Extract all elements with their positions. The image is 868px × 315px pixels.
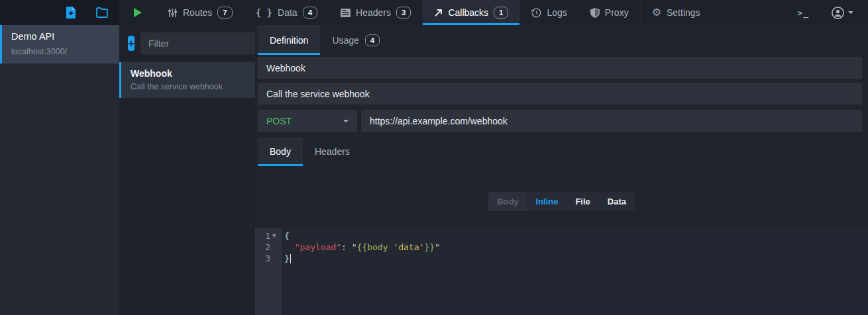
code-line: "payload": "{{body 'data'}}" bbox=[284, 242, 868, 253]
tab-logs[interactable]: Logs bbox=[520, 0, 578, 25]
method-url-row: POST bbox=[258, 110, 862, 132]
tab-data[interactable]: { } Data 4 bbox=[244, 0, 329, 25]
body-type-option-inline[interactable]: Inline bbox=[527, 192, 567, 211]
callback-url-input[interactable] bbox=[361, 110, 862, 132]
routes-sliders-icon bbox=[168, 8, 178, 18]
method-value: POST bbox=[266, 116, 292, 126]
tab-label: Proxy bbox=[605, 7, 629, 18]
headers-list-icon bbox=[341, 9, 351, 17]
play-icon bbox=[134, 8, 142, 17]
body-type-toggle-wrap: Body Inline File Data bbox=[255, 192, 868, 211]
topbar-tabs: Routes 7 { } Data 4 Headers 3 Callbacks … bbox=[156, 0, 712, 25]
tab-badge: 4 bbox=[365, 34, 380, 46]
body-headers-tabs: Body Headers bbox=[258, 137, 862, 166]
chevron-down-icon bbox=[343, 120, 349, 122]
proxy-shield-icon bbox=[590, 8, 600, 18]
tab-headers[interactable]: Headers 3 bbox=[329, 0, 423, 25]
callback-title: Webhook bbox=[131, 68, 247, 79]
environment-item-demo-api[interactable]: Demo API localhost:3000/ bbox=[0, 25, 119, 64]
logs-history-icon bbox=[531, 8, 541, 18]
tab-usage[interactable]: Usage 4 bbox=[320, 25, 392, 55]
workspace: Demo API localhost:3000/ + Webhook Call … bbox=[0, 25, 868, 315]
tab-definition[interactable]: Definition bbox=[258, 25, 320, 55]
editor-gutter: 1▼2▼3▼ bbox=[255, 228, 282, 315]
tab-routes[interactable]: Routes 7 bbox=[156, 0, 244, 25]
callbacks-list-header: + bbox=[119, 25, 255, 62]
callbacks-arrow-icon bbox=[434, 9, 443, 17]
open-environment-folder-icon[interactable] bbox=[96, 7, 109, 18]
tab-badge: 3 bbox=[396, 7, 411, 19]
body-type-toggle-group: Body Inline File Data bbox=[488, 192, 635, 211]
environment-name: Demo API bbox=[11, 31, 111, 42]
tab-badge: 1 bbox=[494, 7, 508, 19]
body-code-editor[interactable]: 1▼2▼3▼ { "payload": "{{body 'data'}}"} bbox=[255, 228, 868, 315]
tab-label: Settings bbox=[667, 7, 700, 18]
code-line: { bbox=[284, 230, 868, 242]
tab-callbacks[interactable]: Callbacks 1 bbox=[423, 0, 520, 25]
code-line: } bbox=[284, 253, 868, 264]
tab-label: Logs bbox=[547, 7, 567, 18]
callback-list-item-webhook[interactable]: Webhook Call the service webhook bbox=[119, 62, 255, 98]
tab-headers-sub[interactable]: Headers bbox=[303, 137, 362, 166]
tab-proxy[interactable]: Proxy bbox=[579, 0, 641, 25]
gutter-row: 1▼ bbox=[255, 230, 282, 242]
tab-settings[interactable]: ⚙ Settings bbox=[641, 0, 712, 25]
text-cursor bbox=[290, 254, 291, 263]
tab-label: Definition bbox=[270, 35, 308, 46]
topbar-right: >_ bbox=[797, 0, 868, 25]
data-braces-icon: { } bbox=[256, 7, 272, 18]
tab-badge: 7 bbox=[217, 7, 232, 19]
gutter-row: 3▼ bbox=[255, 253, 282, 264]
top-bar: Routes 7 { } Data 4 Headers 3 Callbacks … bbox=[0, 0, 868, 25]
account-menu-button[interactable] bbox=[832, 7, 853, 19]
tab-label: Usage bbox=[332, 35, 358, 46]
tab-badge: 4 bbox=[303, 7, 317, 19]
environment-url: localhost:3000/ bbox=[11, 47, 111, 56]
body-type-label: Body bbox=[488, 192, 527, 211]
topbar-file-actions bbox=[0, 0, 119, 25]
command-palette-icon[interactable]: >_ bbox=[797, 8, 809, 18]
gutter-row: 2▼ bbox=[255, 242, 282, 253]
tab-label: Callbacks bbox=[448, 7, 488, 18]
editor-code: { "payload": "{{body 'data'}}"} bbox=[282, 228, 868, 315]
tab-label: Data bbox=[278, 7, 298, 18]
detail-tabs: Definition Usage 4 bbox=[255, 25, 868, 55]
callback-detail-panel: Definition Usage 4 POST Body Headers bbox=[255, 25, 868, 315]
start-server-button[interactable] bbox=[119, 0, 156, 25]
environments-sidebar: Demo API localhost:3000/ bbox=[0, 25, 119, 315]
callbacks-list-panel: + Webhook Call the service webhook bbox=[119, 25, 255, 315]
body-content-area: Body Inline File Data 1▼2▼3▼ { "payload"… bbox=[255, 166, 868, 315]
body-type-option-data[interactable]: Data bbox=[599, 192, 635, 211]
method-select[interactable]: POST bbox=[258, 110, 357, 132]
fold-toggle-icon[interactable]: ▼ bbox=[272, 230, 279, 242]
settings-gear-icon: ⚙ bbox=[652, 7, 661, 18]
body-type-option-file[interactable]: File bbox=[567, 192, 598, 211]
account-icon bbox=[832, 7, 844, 19]
tab-label: Routes bbox=[183, 7, 212, 18]
tab-body[interactable]: Body bbox=[258, 137, 303, 166]
tab-label: Headers bbox=[356, 7, 391, 18]
callback-description-input[interactable] bbox=[258, 83, 862, 105]
tab-label: Body bbox=[270, 146, 291, 157]
callback-subtitle: Call the service webhook bbox=[131, 82, 247, 91]
new-environment-icon[interactable] bbox=[66, 7, 76, 19]
callback-name-input[interactable] bbox=[258, 57, 862, 79]
chevron-down-icon bbox=[848, 11, 853, 14]
add-callback-button[interactable]: + bbox=[128, 36, 135, 51]
topbar-spacer bbox=[712, 0, 798, 25]
tab-label: Headers bbox=[315, 146, 350, 157]
